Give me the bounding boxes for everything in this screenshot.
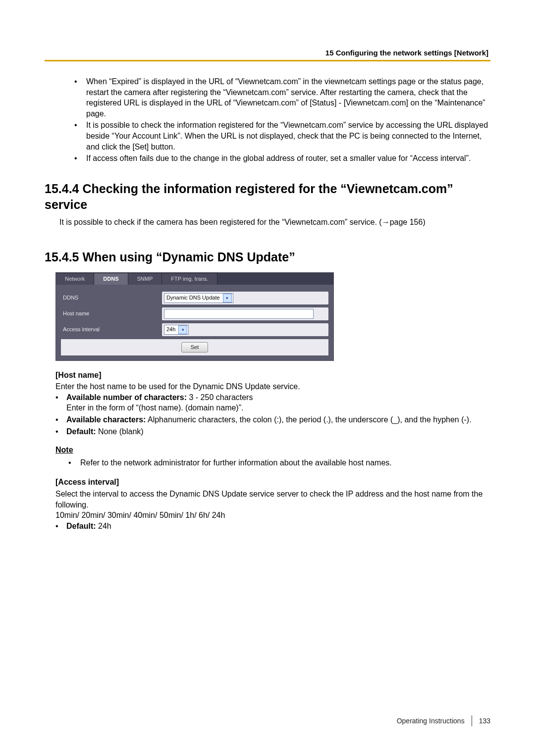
bold-label: Default: [66, 427, 96, 436]
section-1545-title: 15.4.5 When using “Dynamic DNS Update” [45, 249, 490, 265]
ddns-settings-panel: Network DDNS SNMP FTP img. trans. DDNS D… [55, 272, 334, 361]
chevron-down-icon: ▾ [223, 294, 232, 302]
intro-bullet: If access often fails due to the change … [74, 153, 490, 164]
footer-doc-title: Operating Instructions [397, 717, 465, 725]
interval-select[interactable]: 24h ▾ [164, 325, 189, 335]
hostname-bullet: Available characters: Alphanumeric chara… [55, 414, 490, 425]
tab-snmp[interactable]: SNMP [128, 273, 162, 285]
tab-network[interactable]: Network [56, 273, 94, 285]
hostname-bullet: Available number of characters: 3 - 250 … [55, 392, 490, 413]
section-1544-title: 15.4.4 Checking the information register… [45, 181, 490, 213]
page-footer: Operating Instructions 133 [397, 715, 490, 726]
footer-page-number: 133 [479, 717, 490, 725]
tab-ddns[interactable]: DDNS [94, 273, 128, 285]
header-rule [45, 60, 490, 61]
intro-bullet: It is possible to check the information … [74, 120, 490, 152]
section-1544-para: It is possible to check if the camera ha… [59, 217, 490, 228]
note-bullets: Refer to the network administrator for f… [45, 457, 490, 468]
note-bullet: Refer to the network administrator for f… [68, 457, 490, 468]
bullet-rest: None (blank) [96, 427, 144, 436]
bold-label: Available number of characters: [66, 393, 187, 402]
access-interval-options: 10min/ 20min/ 30min/ 40min/ 50min/ 1h/ 6… [55, 510, 490, 521]
access-interval-bullet: Default: 24h [55, 521, 490, 532]
bullet-line2: Enter in the form of “(host name). (doma… [66, 403, 243, 412]
tab-ftp[interactable]: FTP img. trans. [162, 273, 217, 285]
intro-bullet-list: When “Expired” is displayed in the URL o… [45, 76, 490, 164]
ddns-select[interactable]: Dynamic DNS Update ▾ [164, 293, 233, 303]
label-interval: Access interval [61, 326, 162, 333]
chevron-down-icon: ▾ [178, 325, 187, 334]
settings-tabs: Network DDNS SNMP FTP img. trans. [56, 273, 333, 285]
bullet-rest: Alphanumeric characters, the colon (:), … [146, 415, 471, 424]
hostname-desc: Enter the host name to be used for the D… [55, 381, 490, 392]
ddns-select-value: Dynamic DNS Update [166, 294, 220, 302]
hostname-bullets: Available number of characters: 3 - 250 … [45, 392, 490, 437]
footer-divider [472, 715, 472, 726]
label-hostname: Host name [61, 310, 162, 317]
hostname-input[interactable] [164, 309, 314, 319]
hostname-bullet: Default: None (blank) [55, 426, 490, 437]
note-heading: Note [55, 445, 490, 455]
tab-strip-filler [217, 273, 333, 285]
interval-select-value: 24h [166, 326, 175, 333]
page-header: 15 Configuring the network settings [Net… [45, 49, 490, 57]
intro-bullet: When “Expired” is displayed in the URL o… [74, 76, 490, 119]
label-ddns: DDNS [61, 294, 162, 302]
set-button[interactable]: Set [181, 342, 209, 353]
bold-label: Default: [66, 522, 96, 530]
bullet-rest: 3 - 250 characters [187, 393, 253, 402]
access-interval-bullets: Default: 24h [45, 521, 490, 532]
bullet-rest: 24h [96, 522, 111, 530]
access-interval-heading: [Access interval] [55, 477, 490, 488]
bold-label: Available characters: [66, 415, 146, 424]
hostname-heading: [Host name] [55, 370, 490, 381]
access-interval-desc: Select the interval to access the Dynami… [55, 489, 490, 510]
